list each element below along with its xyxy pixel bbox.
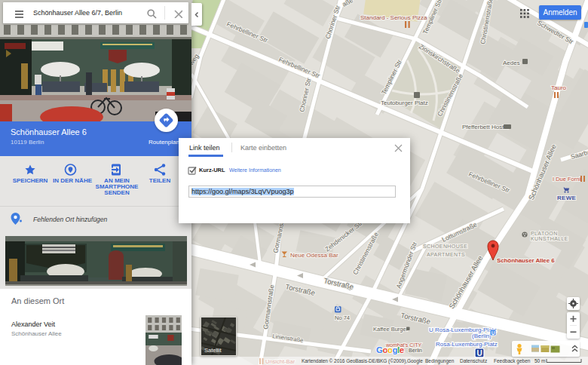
svg-text:SCHOENHOUSE: SCHOENHOUSE [423,244,467,249]
svg-text:TEILEN: TEILEN [149,177,171,184]
svg-text:APARTMENTS: APARTMENTS [427,252,465,257]
svg-text:Standard - Serious Pizza: Standard - Serious Pizza [360,14,427,21]
svg-text:Aedes: Aedes [503,60,520,66]
svg-text:SENDEN: SENDEN [104,189,130,196]
svg-text:Rosa-Luxemburg-Platz: Rosa-Luxemburg-Platz [436,341,498,348]
svg-text:Pfefferbett Hostel: Pfefferbett Hostel [462,124,509,130]
svg-text:I Due Forni: I Due Forni [553,176,580,182]
svg-text:Berlin: Berlin [409,348,422,353]
svg-text:Google: Google [376,345,404,354]
svg-text:Neue Odessa Bar: Neue Odessa Bar [290,252,338,259]
svg-text:(Berlin): (Berlin) [472,333,492,339]
svg-text:Satellit: Satellit [204,347,222,354]
svg-text:Teutoburger Platz: Teutoburger Platz [381,100,428,106]
svg-text:Schönhauser Allee 6: Schönhauser Allee 6 [497,257,555,264]
svg-text:IN DER NÄHE: IN DER NÄHE [53,177,93,184]
svg-text:KUNSTHALLE: KUNSTHALLE [531,236,568,241]
svg-text:Tauro: Tauro [551,84,567,91]
svg-text:PLATOON: PLATOON [531,231,558,236]
svg-text:No 74: No 74 [335,314,350,321]
svg-text:SPEICHERN: SPEICHERN [13,177,48,184]
svg-text:Kaffee Burger: Kaffee Burger [373,326,409,333]
svg-text:REWE: REWE [557,195,577,201]
svg-text:U: U [492,330,495,336]
